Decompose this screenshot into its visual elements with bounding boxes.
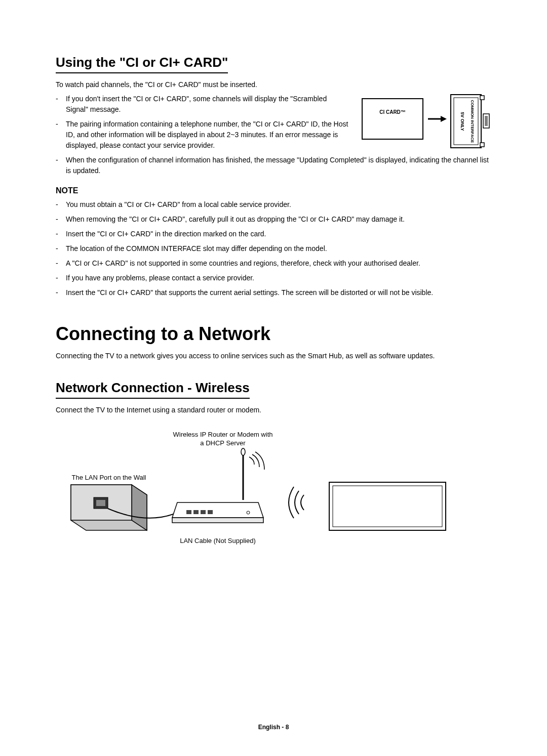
svg-marker-18 (172, 502, 263, 518)
sub-section-title: Network Connection - Wireless (56, 380, 250, 399)
bullet-list-main: If you don't insert the "CI or CI+ CARD"… (56, 94, 349, 151)
bullet-item: Insert the "CI or CI+ CARD" that support… (56, 287, 491, 298)
ci-card-label: CI CARD™ (379, 109, 406, 115)
router-icon (172, 448, 264, 523)
intro-text: To watch paid channels, the "CI or CI+ C… (56, 80, 491, 89)
router-label-line2: a DHCP Server (200, 439, 246, 447)
main-heading: Connecting to a Network (56, 323, 491, 345)
network-intro: Connecting the TV to a network gives you… (56, 352, 491, 360)
bullet-item: When removing the "CI or CI+ CARD", care… (56, 214, 491, 225)
svg-rect-22 (201, 510, 206, 514)
wifi-signal-icon (289, 487, 304, 518)
svg-rect-3 (451, 95, 481, 148)
bullet-item: If you don't insert the "CI or CI+ CARD"… (56, 94, 349, 115)
svg-rect-21 (193, 510, 199, 514)
bullet-item: You must obtain a "CI or CI+ CARD" from … (56, 199, 491, 210)
note-list: You must obtain a "CI or CI+ CARD" from … (56, 199, 491, 298)
svg-rect-0 (362, 99, 423, 139)
ci-card-diagram: CI CARD™ 5V ONLY COMMON INTERFACE (360, 94, 491, 154)
section-network: Connecting to a Network Connecting the T… (56, 323, 491, 548)
page-footer: English - 8 (0, 724, 547, 731)
svg-marker-2 (441, 116, 447, 122)
section-ci-card: Using the "CI or CI+ CARD" To watch paid… (56, 55, 491, 298)
slot-ci-label: COMMON INTERFACE (470, 100, 475, 144)
bullet-item: When the configuration of channel inform… (56, 155, 491, 176)
bullet-item: A "CI or CI+ CARD" is not supported in s… (56, 258, 491, 269)
router-label-line1: Wireless IP Router or Modem with (173, 431, 273, 438)
bullet-item: The pairing information containing a tel… (56, 119, 349, 151)
lan-cable-label: LAN Cable (Not Supplied) (180, 537, 256, 544)
svg-rect-5 (480, 96, 484, 100)
svg-marker-19 (172, 518, 263, 523)
bullet-list-continued: When the configuration of channel inform… (56, 155, 491, 176)
bullet-item: The location of the COMMON INTERFACE slo… (56, 243, 491, 254)
note-heading: NOTE (56, 186, 491, 195)
svg-rect-15 (96, 500, 105, 506)
svg-rect-23 (208, 510, 213, 514)
bullet-item: Insert the "CI or CI+ CARD" in the direc… (56, 229, 491, 239)
section-title: Using the "CI or CI+ CARD" (56, 55, 228, 73)
svg-rect-6 (480, 143, 484, 147)
slot-5v-label: 5V ONLY (460, 112, 465, 131)
svg-rect-26 (333, 486, 442, 527)
svg-point-17 (241, 448, 245, 455)
bullet-item: If you have any problems, please contact… (56, 273, 491, 283)
lan-port-label: The LAN Port on the Wall (72, 474, 146, 481)
wall-plate-icon (71, 485, 147, 530)
svg-rect-20 (186, 510, 191, 514)
tv-icon (329, 482, 446, 530)
sub-intro: Connect the TV to the Internet using a s… (56, 406, 491, 414)
network-diagram: Wireless IP Router or Modem with a DHCP … (56, 429, 491, 545)
